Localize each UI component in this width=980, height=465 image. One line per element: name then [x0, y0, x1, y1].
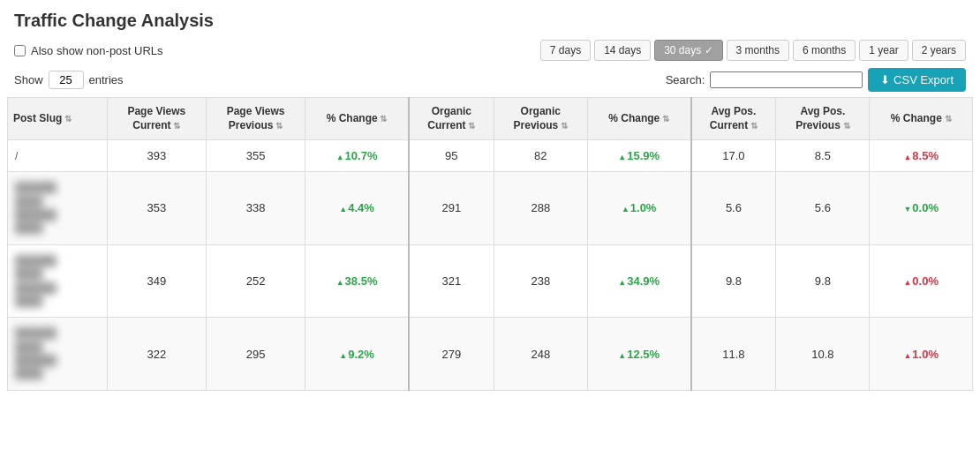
col-avg-previous[interactable]: Avg Pos.Previous [776, 98, 870, 140]
cell-avg-current: 9.8 [691, 244, 776, 318]
page-header: Traffic Change Analysis [0, 0, 980, 36]
col-pv-change[interactable]: % Change [305, 98, 409, 140]
cell-avg-previous: 8.5 [776, 140, 870, 172]
period-btn-2-years[interactable]: 2 years [912, 40, 966, 61]
table-row: /39335510.7%958215.9%17.08.58.5% [8, 140, 973, 172]
non-post-url-checkbox[interactable] [14, 45, 26, 56]
cell-pv-current: 353 [107, 172, 206, 245]
cell-post-slug: ████████████████████ [8, 244, 108, 318]
entries-label: entries [89, 73, 124, 86]
cell-pv-change: 38.5% [305, 244, 409, 318]
non-post-url-toggle-row: Also show non-post URLs [14, 44, 163, 57]
cell-org-change: 12.5% [587, 318, 690, 391]
cell-pv-current: 393 [107, 140, 206, 172]
col-org-previous[interactable]: OrganicPrevious [494, 98, 587, 140]
cell-org-change: 34.9% [587, 244, 690, 318]
page-wrapper: Traffic Change Analysis Also show non-po… [0, 0, 980, 391]
cell-avg-previous: 10.8 [776, 318, 870, 391]
cell-avg-previous: 5.6 [776, 172, 870, 245]
col-avg-change[interactable]: % Change [870, 98, 973, 140]
cell-org-previous: 288 [494, 172, 587, 245]
period-btn-7-days[interactable]: 7 days [540, 40, 591, 61]
cell-pv-change: 10.7% [305, 140, 409, 172]
table-wrapper: Post Slug Page ViewsCurrent Page ViewsPr… [0, 97, 980, 391]
page-title: Traffic Change Analysis [14, 11, 966, 31]
search-input[interactable] [710, 71, 863, 88]
table-row: ████████████████████34925238.5%32123834.… [8, 244, 973, 318]
cell-org-change: 1.0% [587, 172, 690, 245]
cell-org-current: 279 [409, 318, 494, 391]
col-post-slug[interactable]: Post Slug [8, 98, 108, 140]
cell-pv-current: 349 [107, 244, 206, 318]
period-btn-1-year[interactable]: 1 year [859, 40, 908, 61]
entries-input[interactable] [49, 71, 84, 89]
table-row: ████████████████████3222959.2%27924812.5… [8, 318, 973, 391]
cell-pv-previous: 295 [206, 318, 305, 391]
table-row: ████████████████████3533384.4%2912881.0%… [8, 172, 973, 245]
period-btn-6-months[interactable]: 6 months [793, 40, 856, 61]
cell-avg-change: 0.0% [870, 172, 973, 245]
cell-org-change: 15.9% [587, 140, 690, 172]
show-entries-row: Show entries [14, 71, 124, 89]
cell-pv-current: 322 [107, 318, 206, 391]
cell-avg-current: 17.0 [691, 140, 776, 172]
period-btn-30-days-✓[interactable]: 30 days ✓ [654, 40, 722, 61]
cell-org-current: 291 [409, 172, 494, 245]
cell-pv-change: 9.2% [305, 318, 409, 391]
cell-post-slug: ████████████████████ [8, 318, 108, 391]
period-btn-3-months[interactable]: 3 months [727, 40, 789, 61]
col-org-current[interactable]: OrganicCurrent [409, 98, 494, 140]
show-label: Show [14, 73, 43, 86]
cell-pv-previous: 338 [206, 172, 305, 245]
cell-org-previous: 238 [494, 244, 587, 318]
table-header-row: Post Slug Page ViewsCurrent Page ViewsPr… [8, 98, 973, 140]
cell-avg-change: 8.5% [870, 140, 973, 172]
cell-post-slug: ████████████████████ [8, 172, 108, 245]
cell-avg-previous: 9.8 [776, 244, 870, 318]
cell-avg-change: 0.0% [870, 244, 973, 318]
period-btn-14-days[interactable]: 14 days [594, 40, 651, 61]
cell-org-current: 95 [409, 140, 494, 172]
col-avg-current[interactable]: Avg Pos.Current [691, 98, 776, 140]
col-pv-current[interactable]: Page ViewsCurrent [107, 98, 206, 140]
col-org-change[interactable]: % Change [587, 98, 690, 140]
csv-export-button[interactable]: ⬇ CSV Export [868, 68, 966, 92]
cell-avg-change: 1.0% [870, 318, 973, 391]
col-pv-previous[interactable]: Page ViewsPrevious [206, 98, 305, 140]
cell-pv-change: 4.4% [305, 172, 409, 245]
cell-pv-previous: 252 [206, 244, 305, 318]
data-table: Post Slug Page ViewsCurrent Page ViewsPr… [7, 97, 973, 391]
non-post-url-label: Also show non-post URLs [31, 44, 163, 57]
cell-avg-current: 11.8 [691, 318, 776, 391]
cell-post-slug: / [8, 140, 108, 172]
search-label: Search: [666, 73, 705, 86]
cell-org-previous: 248 [494, 318, 587, 391]
cell-org-previous: 82 [494, 140, 587, 172]
cell-org-current: 321 [409, 244, 494, 318]
cell-avg-current: 5.6 [691, 172, 776, 245]
period-buttons-group: 7 days14 days30 days ✓3 months6 months1 … [540, 40, 966, 61]
cell-pv-previous: 355 [206, 140, 305, 172]
